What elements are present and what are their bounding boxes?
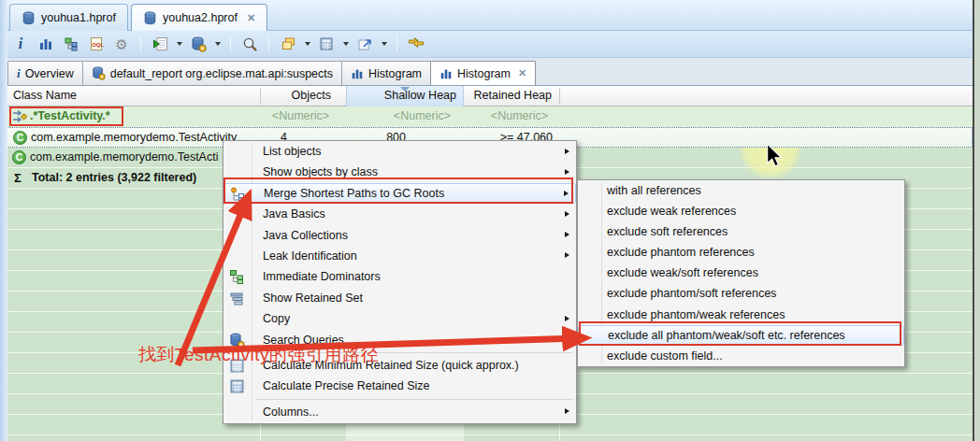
submenu-arrow-icon: [565, 408, 569, 414]
window-left-edge: [0, 0, 7, 441]
tab-label: default_report org.eclipse.mat.api:suspe…: [110, 67, 333, 80]
menu-item-immediate-dominators[interactable]: Immediate Dominators: [223, 266, 576, 287]
filter-icon: [12, 109, 27, 124]
editor-tab-youhua1[interactable]: youhua1.hprof: [9, 4, 128, 31]
info-icon: i: [17, 67, 21, 79]
export-button[interactable]: [355, 35, 374, 53]
tab-label: Histogram: [457, 67, 511, 80]
overview-button[interactable]: i: [11, 35, 30, 53]
search-queries-icon: [229, 333, 245, 349]
settings-button[interactable]: ⚙: [112, 35, 131, 53]
close-icon[interactable]: ✕: [518, 67, 526, 79]
calculator-icon: [229, 378, 245, 394]
tab-histogram-1[interactable]: Histogram: [341, 61, 431, 85]
dominator-tree-icon: [64, 36, 79, 51]
tab-label: Overview: [25, 67, 74, 80]
menu-item-merge-shortest-paths[interactable]: Merge Shortest Paths to GC Roots: [223, 183, 576, 204]
menu-item-list-objects[interactable]: List objects: [223, 141, 576, 162]
menu-item-java-collections[interactable]: Java Collections: [223, 225, 576, 246]
menu-item-show-retained-set[interactable]: Show Retained Set: [223, 288, 576, 308]
submenu-item-exclude-phantom[interactable]: exclude phantom references: [578, 242, 904, 263]
toolbar-separator: [230, 36, 231, 52]
run-report-icon: [152, 36, 168, 51]
dropdown-chevron-icon[interactable]: [343, 42, 349, 46]
menu-item-leak-identification[interactable]: Leak Identification: [223, 246, 576, 266]
submenu-item-exclude-custom-field[interactable]: exclude custom field...: [578, 346, 904, 366]
class-name-cell: com.example.memorydemo.TestActivity: [31, 128, 237, 148]
menu-item-show-objects-by-class[interactable]: Show objects by class: [223, 162, 576, 182]
submenu-arrow-icon: [565, 149, 569, 154]
histogram-icon: [38, 36, 53, 51]
column-separator: [260, 88, 261, 105]
run-expert-report-button[interactable]: [151, 35, 169, 53]
close-icon[interactable]: ✕: [247, 12, 255, 24]
oql-button[interactable]: OQL: [87, 35, 106, 53]
search-icon: [242, 36, 258, 52]
menu-item-calc-precise-retained[interactable]: Calculate Precise Retained Size: [223, 376, 576, 396]
submenu-arrow-icon: [564, 191, 569, 196]
window-right-border: [973, 0, 974, 441]
compare-button[interactable]: [407, 35, 425, 53]
histogram-icon: [351, 67, 364, 80]
filter-row[interactable]: .*TestActivity.* <Numeric> <Numeric> <Nu…: [0, 107, 973, 127]
main-toolbar: i OQL ⚙: [0, 31, 973, 58]
column-header-retained-heap[interactable]: Retained Heap: [464, 86, 559, 107]
merge-paths-icon: [230, 187, 246, 203]
info-icon: i: [19, 36, 22, 51]
query-browser-icon: [191, 36, 207, 52]
export-icon: [357, 36, 373, 51]
submenu-item-with-all-references[interactable]: with all references: [578, 180, 904, 201]
retained-heap-filter[interactable]: <Numeric>: [464, 107, 559, 127]
column-header-class-name[interactable]: Class Name: [13, 86, 77, 107]
class-icon: C: [13, 131, 27, 145]
tab-default-report[interactable]: default_report org.eclipse.mat.api:suspe…: [82, 61, 342, 85]
dropdown-chevron-icon[interactable]: [305, 42, 310, 46]
group-by-icon: [281, 36, 296, 51]
submenu-arrow-icon: [565, 169, 569, 175]
class-icon: C: [12, 150, 26, 164]
menu-item-search-queries[interactable]: Search Queries...: [223, 330, 576, 350]
menu-item-copy[interactable]: Copy: [223, 308, 576, 329]
shallow-heap-filter[interactable]: <Numeric>: [346, 107, 464, 127]
sort-indicator-icon: [400, 87, 410, 92]
submenu-item-exclude-all-phantom-weak-soft[interactable]: exclude all phantom/weak/soft etc. refer…: [578, 325, 904, 346]
submenu-item-exclude-phantom-weak[interactable]: exclude phantom/weak references: [578, 305, 904, 325]
calculator-icon: [229, 358, 245, 374]
histogram-button[interactable]: [36, 35, 55, 53]
menu-item-calc-minimum-retained[interactable]: Calculate Minimum Retained Size (quick a…: [223, 355, 576, 376]
oql-icon: OQL: [89, 36, 104, 51]
editor-tab-youhua2[interactable]: youhua2.hprof ✕: [131, 4, 267, 31]
calculator-icon: [319, 36, 334, 51]
svg-text:OQL: OQL: [92, 42, 104, 48]
class-filter-pattern[interactable]: .*TestActivity.*: [30, 107, 110, 126]
submenu-arrow-icon: [565, 252, 569, 258]
tab-overview[interactable]: i Overview: [7, 61, 83, 85]
menu-item-columns[interactable]: Columns...: [223, 402, 576, 422]
dropdown-chevron-icon[interactable]: [177, 42, 182, 46]
editor-tab-label: youhua1.hprof: [41, 11, 116, 24]
toolbar-separator: [396, 36, 397, 52]
toolbar-separator: [268, 36, 269, 52]
submenu-arrow-icon: [565, 232, 569, 237]
column-header-objects[interactable]: Objects: [260, 86, 339, 107]
menu-item-java-basics[interactable]: Java Basics: [223, 204, 576, 224]
dropdown-chevron-icon[interactable]: [215, 42, 221, 46]
objects-filter[interactable]: <Numeric>: [260, 107, 339, 127]
total-label: Total: 2 entries (3,922 filtered): [32, 168, 196, 188]
compare-icon: [408, 36, 425, 51]
tab-histogram-2[interactable]: Histogram ✕: [430, 61, 536, 85]
submenu-item-exclude-weak[interactable]: exclude weak references: [578, 201, 904, 221]
dominator-tree-button[interactable]: [62, 35, 80, 53]
dropdown-chevron-icon[interactable]: [382, 42, 387, 46]
submenu-arrow-icon: [565, 316, 569, 321]
search-button[interactable]: [240, 35, 259, 53]
submenu-item-exclude-phantom-soft[interactable]: exclude phantom/soft references: [578, 283, 904, 304]
gear-icon: ⚙: [115, 37, 127, 51]
query-browser-button[interactable]: [189, 35, 208, 53]
submenu-item-exclude-soft[interactable]: exclude soft references: [578, 221, 904, 242]
submenu-item-exclude-weak-soft[interactable]: exclude weak/soft references: [578, 263, 904, 283]
editor-tab-bar: youhua1.hprof youhua2.hprof ✕: [0, 0, 973, 31]
calculator-button[interactable]: [317, 35, 336, 53]
group-by-button[interactable]: [279, 35, 297, 53]
histogram-icon: [440, 67, 453, 80]
